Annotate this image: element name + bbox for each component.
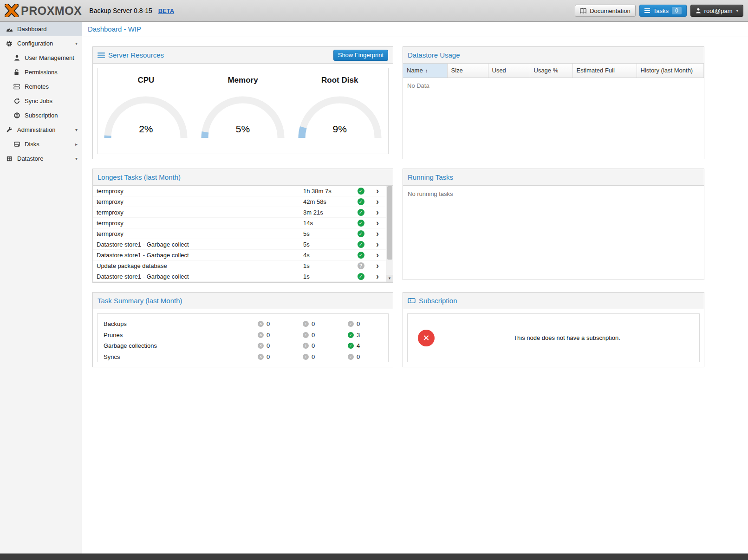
chevron-right-icon[interactable]: › — [369, 197, 386, 206]
running-tasks-header: Running Tasks — [403, 169, 704, 186]
sidebar-item-permissions[interactable]: Permissions — [0, 65, 82, 79]
ok-icon: ✓ — [358, 188, 364, 195]
show-fingerprint-button[interactable]: Show Fingerprint — [333, 50, 388, 61]
scrollbar-thumb[interactable] — [387, 186, 392, 260]
column-header-used[interactable]: Used — [488, 64, 530, 78]
chevron-right-icon[interactable]: ▸ — [75, 142, 78, 147]
sidebar-item-administration[interactable]: Administration ▾ — [0, 123, 82, 137]
column-header-usage-pct[interactable]: Usage % — [530, 64, 572, 78]
panel-title: Task Summary (last Month) — [98, 297, 182, 305]
datastore-icon — [6, 156, 13, 162]
documentation-button[interactable]: Documentation — [575, 5, 635, 17]
chevron-right-icon[interactable]: › — [369, 187, 386, 195]
warning-icon: ! — [303, 343, 309, 349]
chevron-right-icon[interactable]: › — [369, 229, 386, 238]
logo-text: PROXMOX — [21, 4, 82, 18]
question-icon: ? — [358, 262, 364, 269]
task-summary-panel: Task Summary (last Month) Backups ✕0 !0 … — [92, 292, 393, 367]
chevron-right-icon[interactable]: › — [369, 272, 386, 280]
chevron-down-icon[interactable]: ▾ — [75, 41, 78, 46]
task-row[interactable]: termproxy 5s ✓ › — [93, 228, 386, 239]
error-icon: ✕ — [258, 343, 264, 349]
sidebar-item-subscription[interactable]: Subscription — [0, 108, 82, 123]
scrollbar-down-arrow[interactable]: ▾ — [386, 275, 393, 282]
vertical-scrollbar[interactable]: ▾ — [386, 186, 393, 282]
task-row[interactable]: termproxy 14s ✓ › — [93, 218, 386, 228]
error-icon: ✕ — [258, 332, 264, 338]
sidebar-item-configuration[interactable]: Configuration ▾ — [0, 36, 82, 51]
summary-row[interactable]: Syncs ✕0 !0 ✓0 — [104, 352, 388, 363]
server-resources-panel: Server Resources Show Fingerprint CPU — [92, 46, 393, 159]
chevron-right-icon[interactable]: › — [369, 219, 386, 227]
sort-asc-icon: ↑ — [425, 68, 428, 73]
column-header-size[interactable]: Size — [447, 64, 488, 78]
warning-icon: ! — [303, 354, 309, 360]
page-title: Dashboard - WIP — [82, 22, 748, 37]
chevron-right-icon[interactable]: › — [369, 208, 386, 216]
error-count: 0 — [267, 332, 270, 339]
root-disk-gauge: Root Disk 9% — [291, 76, 388, 154]
warning-count: 0 — [312, 342, 315, 349]
task-row[interactable]: Datastore store1 - Garbage collect 4s ✓ … — [93, 250, 386, 260]
wrench-icon — [6, 127, 13, 133]
column-header-name[interactable]: Name↑ — [403, 64, 447, 78]
sidebar-item-label: Dashboard — [17, 26, 78, 33]
tasks-button[interactable]: Tasks 0 — [639, 5, 687, 17]
task-row[interactable]: Datastore store1 - Garbage collect 1s ✓ … — [93, 271, 386, 282]
task-row[interactable]: Update package database 1s ? › — [93, 260, 386, 271]
sidebar-item-sync-jobs[interactable]: Sync Jobs — [0, 94, 82, 108]
task-duration: 3m 21s — [303, 209, 352, 216]
support-ring-icon — [13, 112, 20, 118]
chevron-down-icon[interactable]: ▾ — [75, 127, 78, 132]
summary-label: Prunes — [104, 332, 258, 339]
summary-row[interactable]: Garbage collections ✕0 !0 ✓4 — [104, 340, 388, 352]
column-header-estimated-full[interactable]: Estimated Full — [572, 64, 637, 78]
gauge-value-label: 9% — [296, 124, 384, 135]
sidebar-item-dashboard[interactable]: Dashboard — [0, 22, 82, 36]
summary-row[interactable]: Backups ✕0 !0 ✓0 — [104, 319, 388, 330]
task-summary-header: Task Summary (last Month) — [93, 293, 393, 309]
chevron-right-icon[interactable]: › — [369, 261, 386, 270]
sidebar-item-remotes[interactable]: Remotes — [0, 79, 82, 94]
gauge-label: Memory — [228, 76, 258, 85]
book-icon — [580, 8, 586, 14]
task-duration: 14s — [303, 220, 352, 227]
gauge-value-label: 5% — [199, 124, 287, 135]
sidebar-item-datastore[interactable]: Datastore ▾ — [0, 151, 82, 166]
sidebar-item-user-management[interactable]: User Management — [0, 51, 82, 65]
sidebar-item-disks[interactable]: Disks ▸ — [0, 137, 82, 151]
gauge-label: Root Disk — [321, 76, 358, 85]
user-menu-button[interactable]: root@pam ▾ — [690, 5, 743, 17]
summary-row[interactable]: Prunes ✕0 !0 ✓3 — [104, 330, 388, 341]
warning-count: 0 — [312, 320, 315, 327]
ok-icon: ✓ — [358, 241, 364, 248]
beta-link[interactable]: BETA — [158, 7, 174, 14]
server-resources-header: Server Resources Show Fingerprint — [93, 47, 393, 64]
task-summary-table: Backups ✕0 !0 ✓0 Prunes ✕0 !0 ✓3 — [97, 313, 389, 362]
sidebar-item-label: Datastore — [17, 155, 71, 162]
subscription-message-box: ✕ This node does not have a subscription… — [407, 313, 700, 362]
chevron-right-icon[interactable]: › — [369, 251, 386, 259]
error-count: 0 — [267, 320, 270, 327]
ok-count: 4 — [357, 342, 360, 349]
proxmox-logo: PROXMOX — [5, 4, 82, 18]
task-row[interactable]: termproxy 42m 58s ✓ › — [93, 196, 386, 207]
task-row[interactable]: termproxy 3m 21s ✓ › — [93, 207, 386, 218]
server-resources-body: CPU 2% Memory — [93, 64, 393, 158]
proxmox-x-icon — [5, 4, 19, 17]
task-duration: 5s — [303, 241, 352, 248]
subscription-panel: Subscription ✕ This node does not have a… — [403, 292, 704, 367]
task-row[interactable]: Datastore store1 - Garbage collect 5s ✓ … — [93, 239, 386, 250]
gauge-arc: 2% — [102, 93, 190, 141]
panel-title: Datastore Usage — [408, 51, 460, 59]
ok-icon: ✓ — [358, 198, 364, 205]
ok-stat: ✓0 — [348, 320, 388, 327]
task-row[interactable]: termproxy 1h 38m 7s ✓ › — [93, 186, 386, 196]
chevron-right-icon[interactable]: › — [369, 240, 386, 248]
subscription-message: This node does not have a subscription. — [435, 334, 699, 341]
gauge-arc: 9% — [296, 93, 384, 141]
no-running-tasks-text: No running tasks — [403, 186, 704, 279]
column-header-history[interactable]: History (last Month) — [637, 64, 704, 78]
chevron-down-icon[interactable]: ▾ — [75, 156, 78, 161]
error-stat: ✕0 — [258, 332, 303, 339]
